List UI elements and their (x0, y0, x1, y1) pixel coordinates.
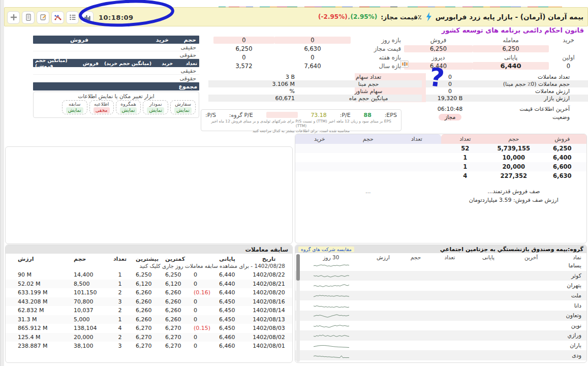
group-headers: نماد آخرین پایانی تعداد حجم ارزش 30 روز (295, 253, 586, 261)
history-row[interactable]: 1402/08/01 6,460 0 6,270 6,270 3 38,100 … (6, 342, 292, 351)
list-icon[interactable] (66, 11, 79, 24)
sell-side-header: فروش حجم تعداد (441, 134, 587, 144)
low-cell: 6,260 (161, 307, 191, 314)
volume-header: حجم (70, 256, 108, 262)
pct-cell: 0 (191, 281, 215, 287)
history-row[interactable]: 1402/08/03 6,450 (0.15) 6,270 6,270 4 13… (6, 324, 292, 333)
tool-toggle-shown[interactable]: سفارش نمایش (170, 100, 196, 114)
edit-note-icon[interactable] (37, 11, 49, 24)
sell-count: 4 (441, 172, 490, 179)
real-row-label: حقیقی (169, 44, 199, 51)
tool-toggle-shown[interactable]: همگروه نمایش (116, 100, 141, 114)
date-cell: 1402/08/14 (245, 307, 292, 314)
symbol-cell[interactable]: بتهران (553, 282, 586, 289)
share-stat-row: تعداد سهام 3 B (208, 73, 422, 80)
value-cell: 865.912 M (6, 325, 70, 331)
pct-cell: (0.16) (191, 289, 215, 296)
history-row[interactable]: 1402/08/21 6,440 0 6,120 6,120 1 8,500 5… (6, 280, 292, 289)
history-row[interactable]: 1402/08/13 6,450 0 6,260 6,260 1 5,000 3… (6, 315, 292, 324)
stat-value: 0 (426, 88, 474, 95)
tool-label: سابقه (66, 101, 83, 107)
history-row[interactable]: 1402/08/16 6,450 0 6,260 6,260 3 70,800 … (6, 297, 292, 307)
low-cell: 6,120 (161, 281, 191, 287)
symbol-cell[interactable]: باران (553, 342, 586, 349)
last-info-time: 06:10:48 (426, 106, 474, 112)
orderbook-row[interactable]: 6,630 227,352 4 (295, 171, 586, 180)
close-cell: 6,440 (215, 271, 245, 278)
orderbook-row[interactable]: 6,250 5,739,155 52 (295, 144, 586, 153)
tool-state: مخفی (94, 107, 110, 113)
symbol-cell[interactable]: ملت (553, 292, 586, 299)
group-symbol-row[interactable]: بتهران (295, 281, 586, 291)
history-row[interactable]: 1402/08/20 6,440 (0.16) 6,260 6,260 2 10… (6, 288, 292, 297)
sell-volume: 227,352 (489, 172, 538, 179)
group-symbol-row[interactable]: وتعاون (295, 311, 586, 321)
symbol-cell[interactable]: وتعاون (553, 312, 586, 319)
close-cell: 6,450 (215, 316, 245, 323)
close-cell: 6,450 (215, 325, 245, 331)
eps-value: 88 (364, 112, 372, 118)
symbol-cell[interactable]: دانا (553, 302, 586, 309)
group-symbol-row[interactable]: کوثر (295, 271, 586, 281)
history-row[interactable]: 1402/08/22 6,440 0 6,250 6,250 1 14,400 … (6, 270, 292, 280)
price-adjust-icon[interactable] (400, 60, 409, 68)
close-cell: 6,460 (215, 343, 245, 349)
count-cell: 2 (108, 334, 132, 341)
range-value: 0 (274, 37, 351, 44)
tool-state: نمایش (147, 107, 164, 113)
sell-price: 6,250 (404, 45, 473, 52)
notes-icon[interactable] (22, 11, 35, 24)
group-symbol-row[interactable]: ملت (295, 291, 586, 301)
stat-label: تعداد معاملات (474, 74, 588, 80)
tool-toggle-shown[interactable]: سابقه نمایش (62, 100, 87, 114)
history-today-link[interactable]: 1402/08/28 - برای مشاهده سابقه معاملات ر… (6, 263, 292, 270)
symbol-cell[interactable]: ورازي (553, 332, 586, 339)
symbol-cell[interactable]: بساما (553, 262, 586, 269)
high-cell: 6,120 (132, 281, 161, 287)
close-header: پایانی (468, 254, 509, 260)
group-symbol-row[interactable]: نوین (295, 321, 586, 331)
close-cell: 6,450 (215, 298, 245, 305)
low-cell: 6,270 (161, 325, 191, 331)
avg-sell-volume-header: (میانگین حجم فروش) (33, 57, 76, 69)
range-label: بازه سال (351, 63, 404, 70)
range-value: 3,572 (213, 63, 274, 70)
sell-header: فروش (76, 60, 99, 66)
low-cell: 6,250 (161, 271, 191, 278)
add-icon[interactable] (7, 11, 20, 24)
scatter-chart-icon[interactable] (51, 11, 64, 24)
real-row-label: حقیقی (169, 68, 199, 74)
orderbook-row[interactable]: 6,600 20,000 1 (295, 162, 586, 171)
history-row[interactable]: 1402/08/14 6,450 0 6,260 6,260 2 10,037 … (6, 306, 292, 315)
symbol-cell[interactable]: ودی (553, 352, 586, 359)
close-cell: 6,450 (215, 307, 245, 314)
compare-group-link[interactable]: مقایسه شرکت های گروه (298, 247, 354, 252)
sparkline-chart (314, 272, 349, 280)
group-symbol-row[interactable]: بساما (295, 261, 586, 271)
symbol-cell[interactable]: نوین (553, 322, 586, 329)
bar-chart-icon[interactable] (81, 11, 94, 24)
tool-toggle-shown[interactable]: نمودار نمایش (143, 100, 168, 114)
high-cell: 6,270 (132, 343, 161, 349)
symbol-cell[interactable]: کوثر (553, 272, 586, 279)
group-symbol-row[interactable]: ودی (295, 350, 586, 360)
stat-value: 0 (426, 74, 474, 80)
stat-label: حجم معاملات (0٪ حجم مبنا) (474, 81, 588, 87)
sell-queue-message: صف فروش قدرتمند... (441, 188, 587, 196)
group-symbol-row[interactable]: باران (295, 341, 586, 351)
group-symbol-row[interactable]: ورازي (295, 330, 586, 341)
sell-label: فروش (404, 37, 473, 44)
buy-count-header: تعداد (392, 136, 441, 142)
history-rows: 1402/08/22 6,440 0 6,250 6,250 1 14,400 … (6, 270, 292, 351)
tool-toggle-hidden[interactable]: اطلاعیه مخفی (89, 100, 114, 114)
group-scrollbar[interactable] (296, 254, 300, 362)
history-row[interactable]: 1402/08/02 6,460 0 6,270 6,270 2 20,000 … (6, 333, 292, 342)
orderbook-row[interactable]: 6,400 10,000 1 (295, 153, 586, 162)
stat-value: 3.106 M (208, 81, 315, 87)
count-cell: 3 (108, 343, 132, 349)
tool-label: سفارش (174, 101, 192, 107)
sparkline-chart (314, 312, 349, 319)
group-symbol-row[interactable]: دانا (295, 300, 586, 311)
group-scrollbar-thumb[interactable] (296, 254, 300, 281)
value-cell: 443.208 M (6, 298, 70, 305)
